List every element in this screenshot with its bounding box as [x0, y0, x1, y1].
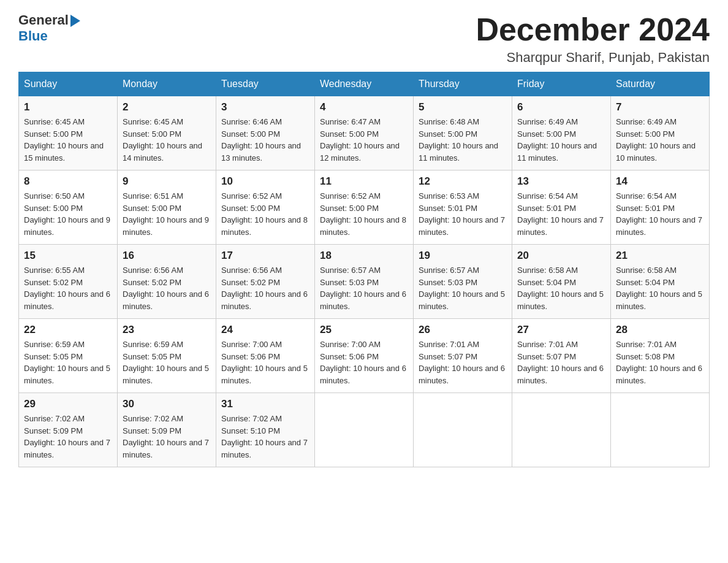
calendar-body: 1 Sunrise: 6:45 AMSunset: 5:00 PMDayligh… [19, 96, 710, 467]
logo: General Blue [18, 12, 80, 44]
calendar-cell: 29 Sunrise: 7:02 AMSunset: 5:09 PMDaylig… [19, 393, 118, 467]
calendar-week-row: 29 Sunrise: 7:02 AMSunset: 5:09 PMDaylig… [19, 393, 710, 467]
calendar-cell: 23 Sunrise: 6:59 AMSunset: 5:05 PMDaylig… [118, 319, 216, 393]
day-number: 3 [221, 101, 309, 113]
day-info: Sunrise: 7:02 AMSunset: 5:09 PMDaylight:… [24, 414, 110, 459]
day-number: 30 [123, 398, 211, 410]
day-info: Sunrise: 6:53 AMSunset: 5:01 PMDaylight:… [419, 191, 505, 237]
calendar-cell: 21 Sunrise: 6:58 AMSunset: 5:04 PMDaylig… [611, 245, 710, 319]
calendar-cell: 26 Sunrise: 7:01 AMSunset: 5:07 PMDaylig… [414, 319, 512, 393]
calendar-cell: 20 Sunrise: 6:58 AMSunset: 5:04 PMDaylig… [512, 245, 611, 319]
day-number: 22 [24, 324, 112, 336]
day-number: 24 [221, 324, 309, 336]
day-number: 31 [221, 398, 309, 410]
month-title: December 2024 [476, 12, 710, 47]
day-number: 11 [320, 175, 408, 188]
day-info: Sunrise: 6:49 AMSunset: 5:00 PMDaylight:… [517, 117, 597, 163]
day-info: Sunrise: 6:47 AMSunset: 5:00 PMDaylight:… [320, 117, 400, 163]
calendar-cell: 16 Sunrise: 6:56 AMSunset: 5:02 PMDaylig… [118, 245, 216, 319]
header-day-wednesday: Wednesday [315, 72, 414, 96]
day-info: Sunrise: 6:50 AMSunset: 5:00 PMDaylight:… [24, 191, 110, 237]
calendar-cell: 17 Sunrise: 6:56 AMSunset: 5:02 PMDaylig… [216, 245, 315, 319]
day-number: 9 [123, 175, 211, 188]
day-info: Sunrise: 7:02 AMSunset: 5:10 PMDaylight:… [221, 414, 308, 459]
calendar-cell: 28 Sunrise: 7:01 AMSunset: 5:08 PMDaylig… [611, 319, 710, 393]
calendar-header: SundayMondayTuesdayWednesdayThursdayFrid… [19, 72, 710, 96]
day-info: Sunrise: 6:57 AMSunset: 5:03 PMDaylight:… [320, 266, 406, 311]
header-day-tuesday: Tuesday [216, 72, 315, 96]
day-number: 23 [123, 324, 211, 336]
day-info: Sunrise: 6:58 AMSunset: 5:04 PMDaylight:… [517, 266, 604, 311]
title-section: December 2024 Sharqpur Sharif, Punjab, P… [476, 12, 710, 66]
day-info: Sunrise: 6:45 AMSunset: 5:00 PMDaylight:… [24, 117, 104, 163]
header-day-sunday: Sunday [19, 72, 118, 96]
day-number: 2 [123, 101, 211, 113]
calendar-cell: 30 Sunrise: 7:02 AMSunset: 5:09 PMDaylig… [118, 393, 216, 467]
day-number: 7 [616, 101, 704, 113]
logo-triangle-icon [70, 15, 80, 27]
day-number: 6 [517, 101, 605, 113]
day-info: Sunrise: 6:52 AMSunset: 5:00 PMDaylight:… [320, 191, 406, 237]
calendar-cell: 31 Sunrise: 7:02 AMSunset: 5:10 PMDaylig… [216, 393, 315, 467]
day-number: 16 [123, 250, 211, 262]
calendar-week-row: 1 Sunrise: 6:45 AMSunset: 5:00 PMDayligh… [19, 96, 710, 170]
day-number: 15 [24, 250, 112, 262]
day-info: Sunrise: 6:52 AMSunset: 5:00 PMDaylight:… [221, 191, 308, 237]
calendar-cell [414, 393, 512, 467]
calendar-week-row: 8 Sunrise: 6:50 AMSunset: 5:00 PMDayligh… [19, 170, 710, 245]
calendar-cell [315, 393, 414, 467]
calendar-cell: 24 Sunrise: 7:00 AMSunset: 5:06 PMDaylig… [216, 319, 315, 393]
calendar-cell: 6 Sunrise: 6:49 AMSunset: 5:00 PMDayligh… [512, 96, 611, 170]
day-info: Sunrise: 6:45 AMSunset: 5:00 PMDaylight:… [123, 117, 202, 163]
calendar-cell: 12 Sunrise: 6:53 AMSunset: 5:01 PMDaylig… [414, 170, 512, 245]
logo-blue-text: Blue [18, 28, 48, 44]
day-number: 5 [419, 101, 507, 113]
calendar-cell: 18 Sunrise: 6:57 AMSunset: 5:03 PMDaylig… [315, 245, 414, 319]
calendar-cell: 2 Sunrise: 6:45 AMSunset: 5:00 PMDayligh… [118, 96, 216, 170]
calendar-cell: 15 Sunrise: 6:55 AMSunset: 5:02 PMDaylig… [19, 245, 118, 319]
day-number: 13 [517, 175, 605, 188]
day-info: Sunrise: 7:01 AMSunset: 5:07 PMDaylight:… [517, 340, 604, 385]
day-info: Sunrise: 6:56 AMSunset: 5:02 PMDaylight:… [221, 266, 308, 311]
day-info: Sunrise: 6:51 AMSunset: 5:00 PMDaylight:… [123, 191, 209, 237]
day-info: Sunrise: 6:55 AMSunset: 5:02 PMDaylight:… [24, 266, 110, 311]
logo-general-text: General [18, 12, 69, 28]
calendar-cell: 5 Sunrise: 6:48 AMSunset: 5:00 PMDayligh… [414, 96, 512, 170]
day-number: 25 [320, 324, 408, 336]
calendar-cell: 4 Sunrise: 6:47 AMSunset: 5:00 PMDayligh… [315, 96, 414, 170]
day-info: Sunrise: 6:54 AMSunset: 5:01 PMDaylight:… [616, 191, 702, 237]
day-info: Sunrise: 6:46 AMSunset: 5:00 PMDaylight:… [221, 117, 301, 163]
day-number: 26 [419, 324, 507, 336]
day-info: Sunrise: 6:59 AMSunset: 5:05 PMDaylight:… [123, 340, 209, 385]
day-number: 8 [24, 175, 112, 188]
page-header: General Blue December 2024 Sharqpur Shar… [18, 12, 710, 66]
day-number: 19 [419, 250, 507, 262]
day-number: 12 [419, 175, 507, 188]
day-info: Sunrise: 6:58 AMSunset: 5:04 PMDaylight:… [616, 266, 702, 311]
calendar-cell [611, 393, 710, 467]
day-info: Sunrise: 7:00 AMSunset: 5:06 PMDaylight:… [221, 340, 308, 385]
day-info: Sunrise: 6:48 AMSunset: 5:00 PMDaylight:… [419, 117, 498, 163]
day-number: 4 [320, 101, 408, 113]
location-title: Sharqpur Sharif, Punjab, Pakistan [476, 50, 710, 66]
day-number: 17 [221, 250, 309, 262]
day-number: 29 [24, 398, 112, 410]
day-info: Sunrise: 6:56 AMSunset: 5:02 PMDaylight:… [123, 266, 209, 311]
calendar-cell: 14 Sunrise: 6:54 AMSunset: 5:01 PMDaylig… [611, 170, 710, 245]
day-number: 10 [221, 175, 309, 188]
calendar-cell: 19 Sunrise: 6:57 AMSunset: 5:03 PMDaylig… [414, 245, 512, 319]
calendar-cell: 9 Sunrise: 6:51 AMSunset: 5:00 PMDayligh… [118, 170, 216, 245]
calendar-table: SundayMondayTuesdayWednesdayThursdayFrid… [18, 72, 710, 467]
header-day-monday: Monday [118, 72, 216, 96]
header-row: SundayMondayTuesdayWednesdayThursdayFrid… [19, 72, 710, 96]
day-info: Sunrise: 6:49 AMSunset: 5:00 PMDaylight:… [616, 117, 696, 163]
calendar-week-row: 22 Sunrise: 6:59 AMSunset: 5:05 PMDaylig… [19, 319, 710, 393]
day-number: 1 [24, 101, 112, 113]
calendar-week-row: 15 Sunrise: 6:55 AMSunset: 5:02 PMDaylig… [19, 245, 710, 319]
day-info: Sunrise: 6:57 AMSunset: 5:03 PMDaylight:… [419, 266, 505, 311]
day-number: 20 [517, 250, 605, 262]
calendar-cell: 1 Sunrise: 6:45 AMSunset: 5:00 PMDayligh… [19, 96, 118, 170]
day-number: 18 [320, 250, 408, 262]
day-info: Sunrise: 7:02 AMSunset: 5:09 PMDaylight:… [123, 414, 209, 459]
day-info: Sunrise: 7:00 AMSunset: 5:06 PMDaylight:… [320, 340, 406, 385]
